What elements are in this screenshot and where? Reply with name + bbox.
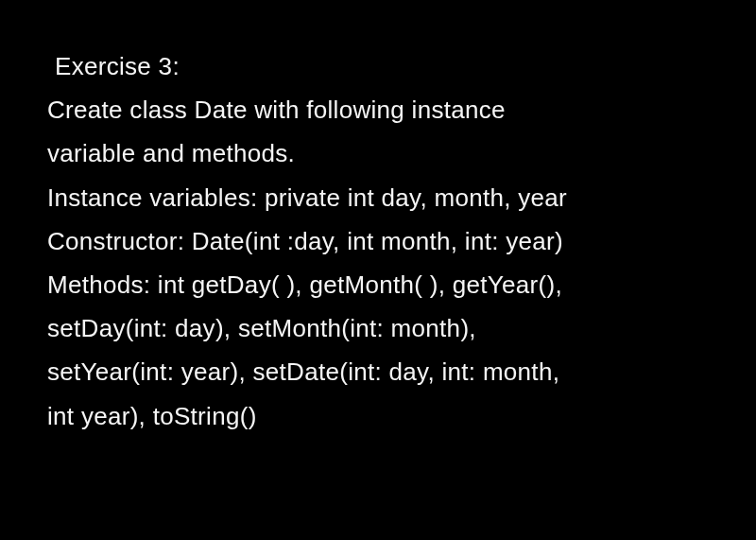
exercise-line-2: variable and methods. xyxy=(47,132,709,174)
exercise-line-6: setDay(int: day), setMonth(int: month), xyxy=(47,307,709,349)
exercise-title: Exercise 3: xyxy=(55,45,709,87)
exercise-line-4: Constructor: Date(int :day, int month, i… xyxy=(47,220,709,262)
exercise-line-1: Create class Date with following instanc… xyxy=(47,89,709,131)
exercise-text: Exercise 3: Create class Date with follo… xyxy=(47,45,709,437)
exercise-line-7: setYear(int: year), setDate(int: day, in… xyxy=(47,351,709,392)
exercise-line-5: Methods: int getDay( ), getMonth( ), get… xyxy=(47,264,709,305)
exercise-line-3: Instance variables: private int day, mon… xyxy=(47,177,709,218)
exercise-line-8: int year), toString() xyxy=(47,395,709,437)
